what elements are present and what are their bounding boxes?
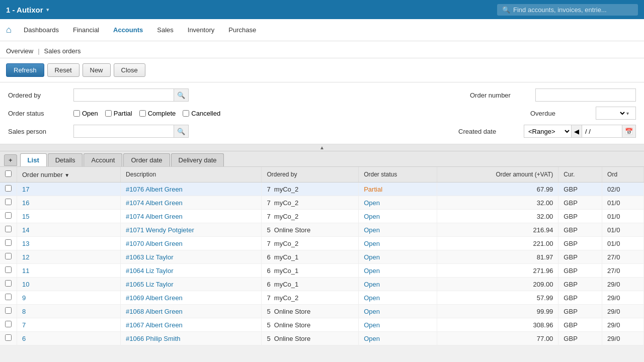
table-row[interactable]: 14 #1071 Wendy Potgieter 5 Online Store … — [0, 223, 644, 237]
table-row[interactable]: 17 #1076 Albert Green 7 myCo_2 Partial 6… — [0, 183, 644, 196]
row-description[interactable]: #1063 Liz Taylor — [121, 250, 262, 264]
row-order-id[interactable]: 6 — [17, 332, 121, 345]
table-row[interactable]: 9 #1069 Albert Green 7 myCo_2 Open 57.99… — [0, 291, 644, 305]
nav-accounts[interactable]: Accounts — [107, 22, 149, 38]
table-row[interactable]: 6 #1066 Philip Smith 5 Online Store Open… — [0, 332, 644, 345]
order-number-input[interactable] — [535, 88, 636, 102]
tab-add-button[interactable]: + — [4, 154, 17, 166]
sales-person-search-icon[interactable]: 🔍 — [174, 125, 189, 138]
row-ord: 01/0 — [602, 223, 644, 237]
row-description[interactable]: #1074 Albert Green — [121, 196, 262, 210]
row-description[interactable]: #1074 Albert Green — [121, 210, 262, 223]
row-order-id[interactable]: 9 — [17, 291, 121, 305]
ordered-by-input[interactable] — [73, 88, 174, 102]
row-order-id[interactable]: 17 — [17, 183, 121, 196]
row-order-id[interactable]: 10 — [17, 278, 121, 291]
row-checkbox[interactable] — [5, 307, 12, 314]
row-ordered-by: 7 myCo_2 — [262, 210, 359, 223]
sales-person-input[interactable] — [73, 125, 174, 138]
row-checkbox[interactable] — [5, 334, 12, 341]
row-order-id[interactable]: 12 — [17, 250, 121, 264]
table-row[interactable]: 7 #1067 Albert Green 5 Online Store Open… — [0, 318, 644, 332]
row-status: Open — [359, 318, 437, 332]
sales-person-label: Sales person — [8, 128, 73, 135]
header-description: Description — [121, 167, 262, 183]
ordered-by-search-icon[interactable]: 🔍 — [174, 88, 189, 102]
date-nav-back-icon[interactable]: ◀ — [572, 125, 582, 138]
tab-order-date[interactable]: Order date — [123, 153, 170, 166]
row-description[interactable]: #1070 Albert Green — [121, 237, 262, 250]
select-all-checkbox[interactable] — [5, 170, 12, 177]
row-order-id[interactable]: 8 — [17, 305, 121, 318]
row-amount: 216.94 — [437, 223, 558, 237]
nav-inventory[interactable]: Inventory — [182, 22, 220, 38]
row-order-id[interactable]: 15 — [17, 210, 121, 223]
row-order-id[interactable]: 7 — [17, 318, 121, 332]
table-row[interactable]: 13 #1070 Albert Green 7 myCo_2 Open 221.… — [0, 237, 644, 250]
global-search[interactable]: 🔍 Find accounts, invoices, entrie... — [497, 4, 638, 16]
app-title-area[interactable]: 1 - Autixor ▾ — [6, 6, 49, 14]
date-value-input[interactable] — [582, 125, 622, 138]
row-checkbox[interactable] — [5, 266, 12, 273]
close-button[interactable]: Close — [114, 63, 145, 77]
nav-purchase[interactable]: Purchase — [222, 22, 262, 38]
sort-arrow-icon: ▼ — [64, 172, 69, 178]
row-order-id[interactable]: 13 — [17, 237, 121, 250]
row-checkbox[interactable] — [5, 226, 12, 232]
nav-financial[interactable]: Financial — [67, 22, 105, 38]
refresh-button[interactable]: Refresh — [6, 63, 44, 77]
row-description[interactable]: #1065 Liz Taylor — [121, 278, 262, 291]
tab-details[interactable]: Details — [48, 153, 83, 166]
row-ord: 29/0 — [602, 318, 644, 332]
row-checkbox[interactable] — [5, 199, 12, 205]
row-checkbox[interactable] — [5, 185, 12, 192]
row-order-id[interactable]: 14 — [17, 223, 121, 237]
row-ordered-by: 7 myCo_2 — [262, 237, 359, 250]
row-checkbox[interactable] — [5, 253, 12, 259]
row-description[interactable]: #1064 Liz Taylor — [121, 264, 262, 278]
row-order-id[interactable]: 16 — [17, 196, 121, 210]
table-row[interactable]: 15 #1074 Albert Green 7 myCo_2 Open 32.0… — [0, 210, 644, 223]
row-currency: GBP — [558, 305, 602, 318]
row-description[interactable]: #1071 Wendy Potgieter — [121, 223, 262, 237]
table-row[interactable]: 10 #1065 Liz Taylor 6 myCo_1 Open 209.00… — [0, 278, 644, 291]
date-calendar-icon[interactable]: 📅 — [622, 125, 636, 138]
table-row[interactable]: 16 #1074 Albert Green 7 myCo_2 Open 32.0… — [0, 196, 644, 210]
home-icon[interactable]: ⌂ — [6, 25, 12, 35]
nav-sales[interactable]: Sales — [151, 22, 180, 38]
status-complete-checkbox[interactable]: Complete — [139, 110, 176, 117]
row-checkbox[interactable] — [5, 321, 12, 327]
row-currency: GBP — [558, 264, 602, 278]
row-description[interactable]: #1066 Philip Smith — [121, 332, 262, 345]
row-amount: 32.00 — [437, 196, 558, 210]
row-description[interactable]: #1067 Albert Green — [121, 318, 262, 332]
row-checkbox-cell — [0, 332, 17, 345]
tab-delivery-date[interactable]: Delivery date — [171, 153, 224, 166]
table-row[interactable]: 8 #1068 Albert Green 5 Online Store Open… — [0, 305, 644, 318]
row-amount: 271.96 — [437, 264, 558, 278]
status-open-checkbox[interactable]: Open — [73, 110, 98, 117]
row-description[interactable]: #1076 Albert Green — [121, 183, 262, 196]
nav-dashboards[interactable]: Dashboards — [18, 22, 65, 38]
table-row[interactable]: 12 #1063 Liz Taylor 6 myCo_1 Open 81.97 … — [0, 250, 644, 264]
row-ordered-by: 5 Online Store — [262, 305, 359, 318]
header-order-number[interactable]: Order number ▼ — [17, 167, 121, 183]
reset-button[interactable]: Reset — [47, 63, 79, 77]
row-description[interactable]: #1068 Albert Green — [121, 305, 262, 318]
row-checkbox[interactable] — [5, 239, 12, 246]
breadcrumb-part2: Sales orders — [44, 47, 81, 55]
status-cancelled-checkbox[interactable]: Cancelled — [183, 110, 220, 117]
status-partial-checkbox[interactable]: Partial — [105, 110, 132, 117]
row-description[interactable]: #1069 Albert Green — [121, 291, 262, 305]
row-order-id[interactable]: 11 — [17, 264, 121, 278]
row-checkbox[interactable] — [5, 212, 12, 219]
row-checkbox[interactable] — [5, 294, 12, 300]
date-range-select[interactable]: <Range> Today This week This month — [524, 125, 572, 138]
row-checkbox[interactable] — [5, 280, 12, 287]
tab-account[interactable]: Account — [84, 153, 122, 166]
table-row[interactable]: 11 #1064 Liz Taylor 6 myCo_1 Open 271.96… — [0, 264, 644, 278]
filter-collapse-toggle[interactable]: ▲ — [0, 144, 644, 151]
tab-list[interactable]: List — [20, 153, 47, 166]
new-button[interactable]: New — [83, 63, 111, 77]
overdue-select[interactable]: Yes No ▾ — [596, 107, 636, 120]
